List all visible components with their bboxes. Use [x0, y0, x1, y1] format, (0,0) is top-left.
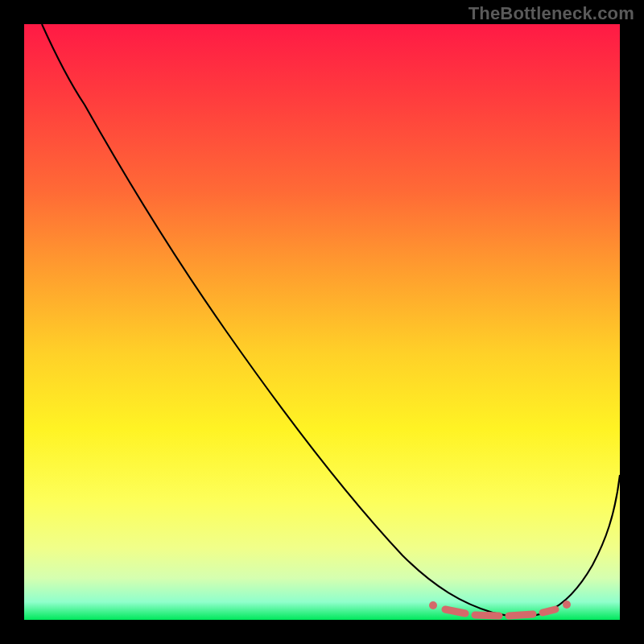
floor-dot-right-outer: [563, 601, 571, 609]
floor-segment-3: [509, 614, 533, 616]
floor-dot-left-outer: [429, 601, 437, 609]
chart-frame: TheBottleneck.com: [0, 0, 644, 644]
floor-segment-4: [543, 609, 555, 613]
bottleneck-curve: [42, 24, 620, 617]
floor-segment-1: [445, 609, 465, 613]
curve-svg: [24, 24, 620, 620]
floor-segment-2: [475, 615, 499, 616]
plot-area: [24, 24, 620, 620]
watermark-text: TheBottleneck.com: [469, 3, 634, 24]
